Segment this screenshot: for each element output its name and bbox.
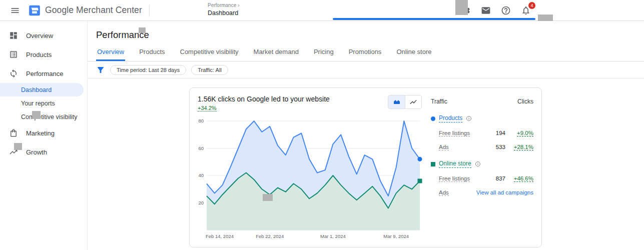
traffic-row: Free listings 837 +46.6%	[439, 176, 533, 182]
time-period-filter-chip[interactable]: Time period: Last 28 days	[110, 65, 186, 75]
traffic-filter-chip[interactable]: Traffic: All	[191, 65, 228, 75]
logo-divider	[149, 4, 150, 16]
shopping-bag-icon	[9, 128, 18, 138]
breadcrumb-chevron-icon: ›	[238, 2, 239, 8]
sidebar-item-label: Performance	[26, 70, 63, 78]
products-group-link[interactable]: Products	[439, 114, 462, 122]
redacted-region	[14, 143, 22, 150]
products-list-icon	[9, 50, 18, 59]
traffic-row: Ads 533 +28.1%	[439, 144, 533, 150]
free-listings-value: 837	[485, 176, 505, 182]
breadcrumb-parent[interactable]: Performance	[208, 2, 236, 8]
chart-column: 1.56K clicks on Google led to your websi…	[198, 95, 424, 240]
chart-delta-badge[interactable]: +34.2%	[198, 105, 217, 112]
traffic-column-header: Traffic	[431, 98, 447, 105]
svg-text:Mar 9, 2024: Mar 9, 2024	[383, 234, 409, 239]
info-icon[interactable]	[466, 116, 472, 122]
ads-label[interactable]: Ads	[439, 144, 449, 150]
loading-progress-bar	[333, 18, 535, 20]
tab-pricing[interactable]: Pricing	[313, 48, 335, 61]
online-store-group-link[interactable]: Online store	[439, 160, 471, 168]
sidebar-item-label: Dashboard	[21, 86, 52, 94]
svg-text:Mar 1, 2024: Mar 1, 2024	[320, 234, 346, 239]
main-content: Performance Overview Products Competitiv…	[88, 21, 644, 250]
view-all-ad-campaigns-link[interactable]: View all ad campaigns	[476, 190, 533, 196]
notifications-area: 4	[519, 4, 533, 18]
sidebar-item-label: Overview	[26, 32, 53, 40]
merchant-center-app: GoogleMerchant Center Performance › Dash…	[0, 0, 644, 250]
tab-overview[interactable]: Overview	[96, 48, 125, 61]
svg-text:80: 80	[198, 118, 204, 124]
notification-count-badge: 4	[528, 2, 535, 9]
sidebar-item-label: Marketing	[26, 130, 55, 137]
free-listings-delta: +46.6%	[514, 176, 533, 182]
clicks-performance-card: 1.56K clicks on Google led to your websi…	[189, 88, 542, 248]
traffic-row: Ads View all ad campaigns	[439, 190, 533, 196]
products-series-marker	[431, 116, 435, 121]
redacted-region	[32, 111, 41, 119]
tab-bar: Overview Products Competitive visibility…	[88, 48, 644, 62]
area-chart-icon	[393, 98, 401, 106]
tab-online-store[interactable]: Online store	[395, 48, 432, 61]
ads-label[interactable]: Ads	[439, 190, 449, 196]
line-chart-toggle-button[interactable]	[405, 96, 421, 108]
traffic-group-products: Products	[431, 114, 533, 122]
traffic-row: Free listings 194 +9.0%	[439, 130, 533, 136]
performance-sync-icon	[9, 69, 18, 78]
sidebar-item-overview[interactable]: Overview	[0, 26, 87, 45]
tab-products[interactable]: Products	[138, 48, 166, 61]
ads-value: 533	[485, 144, 505, 150]
mail-icon[interactable]	[479, 4, 493, 18]
sidebar-item-performance[interactable]: Performance	[0, 64, 87, 83]
free-listings-delta: +9.0%	[517, 130, 533, 136]
filter-bar: Time period: Last 28 days Traffic: All	[88, 62, 644, 78]
sidebar-item-label: Your reports	[21, 100, 55, 107]
traffic-group-online-store: Online store	[431, 160, 533, 168]
redacted-region	[139, 28, 146, 33]
free-listings-value: 194	[485, 130, 505, 136]
merchant-center-logo-icon	[28, 4, 41, 17]
svg-text:Feb 22, 2024: Feb 22, 2024	[256, 234, 284, 239]
sidebar-item-label: Products	[26, 51, 52, 58]
help-icon[interactable]	[499, 4, 513, 18]
ads-delta: +28.1%	[514, 144, 533, 150]
area-chart-toggle-button[interactable]	[388, 96, 405, 108]
sidebar-item-label: Competitive visibility	[21, 114, 78, 120]
hamburger-menu-icon[interactable]	[8, 4, 22, 18]
sidebar-item-label: Growth	[26, 148, 47, 156]
sidebar: Overview Products Performance Dashboard …	[0, 21, 88, 250]
redacted-region	[455, 0, 468, 15]
free-listings-label[interactable]: Free listings	[439, 130, 470, 136]
tab-competitive-visibility[interactable]: Competitive visibility	[179, 48, 240, 61]
svg-text:60: 60	[198, 146, 204, 151]
sidebar-item-growth[interactable]: Growth	[0, 142, 87, 162]
svg-text:Feb 14, 2024: Feb 14, 2024	[206, 234, 234, 239]
sidebar-item-competitive-visibility[interactable]: Competitive visibility	[0, 110, 87, 124]
svg-text:20: 20	[198, 200, 204, 206]
sidebar-item-dashboard[interactable]: Dashboard	[0, 83, 84, 96]
clicks-column-header: Clicks	[517, 98, 533, 105]
chart-title: 1.56K clicks on Google led to your websi…	[198, 95, 330, 103]
redacted-region	[263, 194, 273, 201]
svg-text:40: 40	[198, 172, 204, 178]
online-store-series-marker	[431, 162, 435, 166]
line-chart-icon	[409, 98, 417, 106]
brand-text: GoogleMerchant Center	[45, 5, 142, 16]
sidebar-item-your-reports[interactable]: Your reports	[0, 96, 87, 110]
breadcrumb-current: Dashboard	[208, 10, 239, 16]
tab-market-demand[interactable]: Market demand	[253, 48, 300, 61]
tab-promotions[interactable]: Promotions	[348, 48, 383, 61]
dashboard-grid-icon	[9, 31, 18, 40]
filter-funnel-icon[interactable]	[96, 66, 105, 74]
chart-type-toggle	[388, 95, 422, 109]
sidebar-item-marketing[interactable]: Marketing	[0, 124, 87, 142]
info-icon[interactable]	[475, 161, 481, 167]
free-listings-label[interactable]: Free listings	[439, 176, 470, 182]
breadcrumb: Performance › Dashboard	[208, 2, 239, 16]
sidebar-item-products[interactable]: Products	[0, 45, 87, 64]
merchant-center-logo[interactable]: GoogleMerchant Center	[28, 4, 142, 17]
traffic-panel: Traffic Clicks Products Free listings 19…	[424, 95, 533, 240]
performance-area-chart: 20406080Feb 14, 2024Feb 22, 2024Mar 1, 2…	[198, 115, 424, 245]
redacted-region	[538, 14, 553, 21]
page-title: Performance	[96, 30, 644, 40]
